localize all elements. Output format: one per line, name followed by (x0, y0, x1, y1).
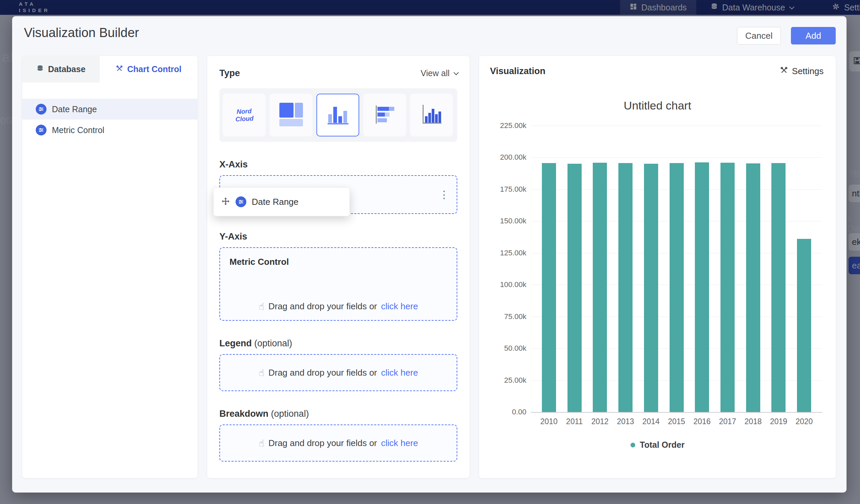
bar-2018 (746, 163, 760, 412)
legend-heading: Legend (optional) (219, 338, 457, 349)
x-tick-label: 2015 (664, 417, 689, 426)
bar-2011 (568, 164, 582, 412)
number-tile-logo: Nord Cloud (234, 107, 254, 123)
control-sliders-icon (235, 197, 246, 207)
builder-panel: Type View all Nord Cloud (207, 56, 470, 478)
bar-2016 (695, 162, 709, 412)
type-tile-column-chart[interactable] (316, 93, 359, 136)
x-tick-label: 2018 (740, 417, 766, 426)
y-tick-label: 50.00k (504, 344, 526, 353)
y-tick-label: 225.00k (500, 121, 526, 130)
x-tick-label: 2019 (766, 417, 792, 426)
y-axis-field-title: Metric Control (229, 257, 447, 267)
stacked-bar-icon (373, 103, 397, 128)
view-all-label: View all (420, 68, 449, 78)
field-item-label: Date Range (52, 104, 97, 114)
control-sliders-icon (36, 104, 46, 115)
tab-chart-control[interactable]: Chart Control (100, 56, 198, 83)
bar-2010 (542, 163, 556, 412)
click-here-link[interactable]: click here (381, 438, 418, 448)
screen: ATA ISIDER Dashboards Data Warehouse Set… (0, 0, 860, 504)
legend-dot-icon (631, 443, 635, 447)
bar-2013 (618, 163, 632, 412)
chart-plot-area (531, 126, 822, 413)
y-tick-label: 200.00k (500, 153, 526, 162)
modal-title: Visualization Builder (24, 26, 139, 40)
drop-hint-text: Drag and drop your fields or (268, 438, 377, 448)
legend-label: Total Order (640, 440, 685, 450)
y-tick-label: 25.00k (504, 376, 526, 385)
x-tick-label: 2016 (689, 417, 715, 426)
y-axis-drop-zone[interactable]: Metric Control ☝ Drag and drop your fiel… (219, 247, 457, 321)
breakdown-drop-zone[interactable]: ☝ Drag and drop your fields or click her… (219, 424, 457, 462)
x-axis-heading: X-Axis (219, 159, 457, 170)
drop-hint-text: Drag and drop your fields or (268, 301, 377, 312)
breakdown-heading: Breakdown (optional) (219, 409, 457, 419)
x-tick-label: 2010 (536, 417, 562, 426)
bar-2015 (670, 163, 684, 412)
x-tick-label: 2011 (562, 417, 587, 426)
bar-2019 (771, 163, 786, 412)
y-tick-label: 175.00k (500, 185, 526, 194)
field-item-label: Metric Control (52, 125, 104, 135)
type-section-label: Type (219, 68, 240, 78)
tools-icon (780, 66, 788, 76)
visualization-panel: Visualization Settings Untitled chart 0.… (479, 56, 836, 478)
bar-2017 (720, 163, 735, 412)
tools-icon (116, 64, 123, 74)
click-here-link[interactable]: click here (381, 301, 418, 312)
y-tick-label: 150.00k (500, 217, 526, 226)
y-axis-heading: Y-Axis (219, 231, 457, 242)
dragged-field-chip-date-range[interactable]: Date Range (213, 187, 350, 216)
x-tick-label: 2012 (587, 417, 613, 426)
y-tick-label: 75.00k (504, 312, 526, 321)
chevron-down-icon (454, 70, 459, 75)
axis-column-chart-icon (420, 103, 443, 128)
chart-title: Untitled chart (479, 99, 836, 112)
control-sliders-icon (36, 125, 46, 135)
tab-database-label: Database (48, 64, 85, 74)
legend-drop-zone[interactable]: ☝ Drag and drop your fields or click her… (219, 354, 457, 391)
visualization-builder-modal: Visualization Builder Cancel Add Databas… (12, 16, 847, 492)
tab-chart-control-label: Chart Control (127, 64, 181, 74)
drag-hand-icon: ☝ (258, 438, 264, 449)
type-tile-number[interactable]: Nord Cloud (223, 93, 266, 136)
move-icon (221, 197, 230, 207)
add-button[interactable]: Add (791, 27, 836, 44)
y-axis-ticks: 0.0025.00k50.00k75.00k100.00k125.00k150.… (485, 126, 526, 413)
x-tick-label: 2014 (638, 417, 664, 426)
kebab-menu-icon[interactable]: ⋮ (439, 190, 449, 200)
x-tick-label: 2020 (791, 417, 817, 426)
bar-2014 (644, 164, 658, 412)
visualization-heading: Visualization (490, 66, 546, 76)
database-icon (37, 64, 44, 74)
y-tick-label: 100.00k (500, 280, 526, 289)
chart-settings-label: Settings (792, 66, 823, 76)
bar-2020 (797, 239, 811, 412)
view-all-dropdown[interactable]: View all (420, 68, 457, 78)
x-tick-label: 2013 (613, 417, 638, 426)
y-tick-label: 125.00k (500, 249, 526, 257)
fields-panel: Database Chart Control Date Range (22, 56, 198, 478)
field-item-metric-control[interactable]: Metric Control (22, 119, 198, 141)
column-chart-icon (326, 103, 350, 128)
chip-label: Date Range (252, 197, 299, 207)
chart-type-strip: Nord Cloud (219, 88, 457, 142)
tab-database[interactable]: Database (22, 56, 100, 83)
bar-2012 (593, 163, 607, 412)
field-item-date-range[interactable]: Date Range (22, 99, 198, 119)
type-tile-treemap[interactable] (270, 93, 312, 136)
drop-hint-text: Drag and drop your fields or (268, 368, 377, 378)
click-here-link[interactable]: click here (381, 368, 418, 378)
drag-hand-icon: ☝ (258, 301, 264, 312)
chart-settings-button[interactable]: Settings (780, 66, 823, 76)
treemap-icon (280, 103, 303, 128)
type-tile-stacked-bar[interactable] (363, 93, 406, 136)
y-tick-label: 0.00 (512, 408, 526, 416)
x-tick-label: 2017 (715, 417, 740, 426)
type-tile-axis-column[interactable] (410, 93, 453, 136)
x-axis-ticks: 2010201120122013201420152016201720182019… (531, 417, 822, 426)
fields-panel-tabs: Database Chart Control (22, 56, 198, 83)
cancel-button[interactable]: Cancel (737, 27, 781, 44)
control-field-list: Date Range Metric Control (22, 99, 198, 141)
